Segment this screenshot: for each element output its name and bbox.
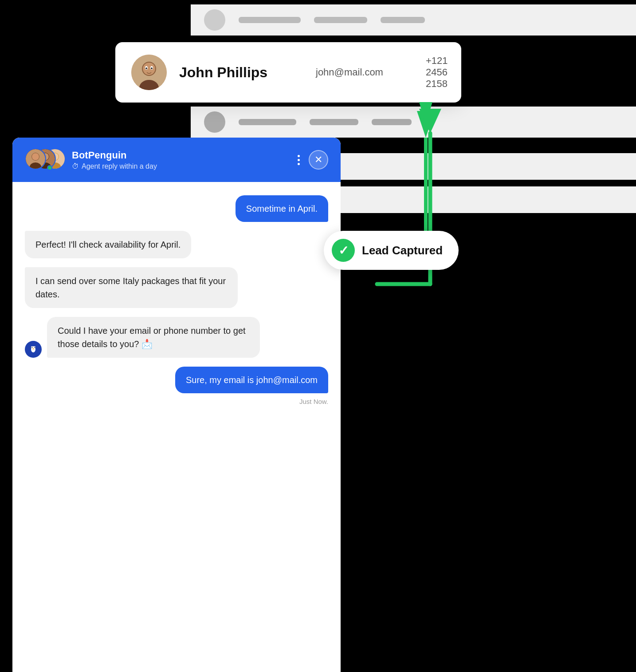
svg-point-6 bbox=[145, 67, 147, 69]
bot-name: BotPenguin bbox=[72, 150, 157, 161]
crm-blur-text-4 bbox=[239, 119, 296, 125]
avatar-stack bbox=[25, 148, 65, 171]
bot-message-3: Could I have your email or phone number … bbox=[47, 317, 260, 358]
svg-point-33 bbox=[35, 347, 35, 348]
svg-point-34 bbox=[32, 348, 34, 349]
user-message-2: Sure, my email is john@mail.com bbox=[175, 367, 328, 393]
crm-card-featured: John Phillips john@mail.com +121 2456 21… bbox=[115, 42, 461, 103]
chat-header-right: ✕ bbox=[296, 150, 328, 170]
crm-name: John Phillips bbox=[179, 64, 303, 81]
dot-2 bbox=[298, 159, 300, 161]
chat-header-left: BotPenguin ⏱ Agent reply within a day bbox=[25, 148, 157, 171]
user-message-1: Sometime in April. bbox=[236, 195, 328, 222]
chat-widget: BotPenguin ⏱ Agent reply within a day ✕ … bbox=[12, 138, 341, 672]
crm-blur-avatar-1 bbox=[204, 9, 225, 31]
svg-point-7 bbox=[151, 67, 153, 69]
chat-header-info: BotPenguin ⏱ Agent reply within a day bbox=[72, 150, 157, 170]
crm-blur-text-3 bbox=[381, 17, 425, 23]
crm-email: john@mail.com bbox=[316, 67, 413, 78]
agent-reply-text: ⏱ Agent reply within a day bbox=[72, 162, 157, 170]
black-overlay-left bbox=[0, 0, 115, 138]
crm-blur-avatar-2 bbox=[204, 111, 225, 133]
svg-marker-14 bbox=[419, 109, 441, 133]
crm-row-blurred-1 bbox=[191, 4, 636, 36]
dot-3 bbox=[298, 163, 300, 165]
close-button[interactable]: ✕ bbox=[309, 150, 328, 170]
bot-avatar-small bbox=[25, 341, 42, 358]
checkmark-icon: ✓ bbox=[338, 243, 349, 258]
bot-message-3-wrapper: Could I have your email or phone number … bbox=[25, 317, 328, 358]
crm-blur-text-1 bbox=[239, 17, 301, 23]
message-timestamp: Just Now. bbox=[25, 398, 328, 405]
crm-avatar bbox=[131, 55, 167, 90]
crm-blur-text-5 bbox=[310, 119, 358, 125]
chat-header: BotPenguin ⏱ Agent reply within a day ✕ bbox=[12, 138, 341, 182]
crm-phone: +121 2456 2158 bbox=[426, 55, 448, 90]
lead-captured-text: Lead Captured bbox=[362, 244, 443, 257]
dot-1 bbox=[298, 155, 300, 157]
bot-message-1: Perfect! I'll check availability for Apr… bbox=[25, 231, 191, 258]
lead-check-circle: ✓ bbox=[332, 239, 355, 262]
crm-blur-text-2 bbox=[314, 17, 367, 23]
online-indicator bbox=[47, 165, 52, 170]
chat-messages: Sometime in April. Perfect! I'll check a… bbox=[12, 182, 341, 419]
clock-icon: ⏱ bbox=[72, 162, 79, 170]
svg-point-32 bbox=[32, 347, 33, 348]
black-overlay-bottom-right bbox=[346, 326, 636, 672]
avatar-1 bbox=[25, 148, 46, 170]
more-options-button[interactable] bbox=[296, 153, 302, 167]
svg-point-18 bbox=[32, 153, 39, 160]
bot-message-2: I can send over some Italy packages that… bbox=[25, 267, 238, 308]
lead-captured-badge: ✓ Lead Captured bbox=[324, 231, 459, 270]
